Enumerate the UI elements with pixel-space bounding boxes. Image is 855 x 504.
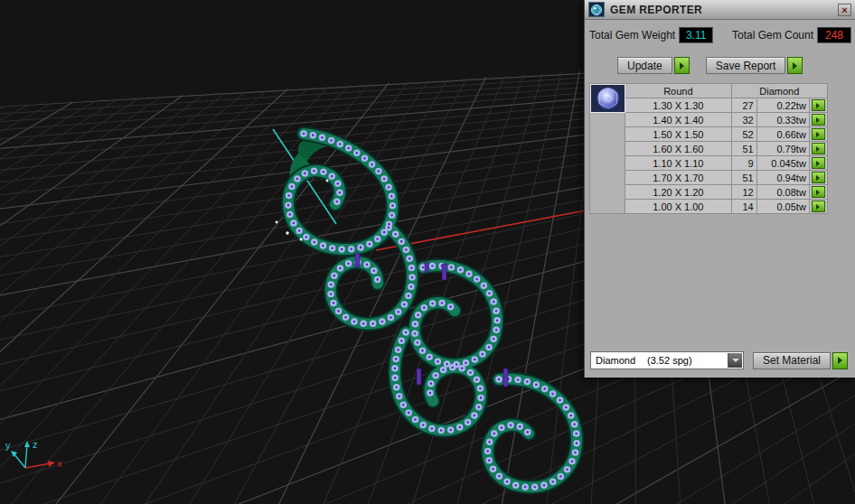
gem-weight: 0.08tw [756, 185, 809, 200]
gem-weight: 0.66tw [756, 127, 809, 142]
panel-title: GEM REPORTER [610, 4, 832, 16]
gem-table-body: 1.30 X 1.30270.22tw1.40 X 1.40320.33tw1.… [590, 98, 828, 214]
totals-bar: Total Gem Weight 3.11 Total Gem Count 24… [589, 27, 851, 43]
gem-size: 1.10 X 1.10 [625, 156, 731, 171]
save-report-go-button[interactable] [787, 57, 803, 74]
go-arrow-icon [793, 62, 797, 70]
chevron-down-icon [732, 359, 739, 362]
total-weight-value: 3.11 [679, 27, 713, 43]
table-row: 1.10 X 1.1090.045tw [590, 156, 828, 171]
gem-weight: 0.33tw [756, 113, 809, 127]
gem-size: 1.70 X 1.70 [625, 171, 731, 185]
row-apply-button[interactable] [812, 172, 825, 183]
gem-weight: 0.94tw [756, 171, 809, 185]
gem-size: 1.20 X 1.20 [625, 185, 731, 200]
row-apply-button[interactable] [812, 99, 825, 111]
gem-reporter-icon [588, 2, 605, 17]
save-report-button[interactable]: Save Report [706, 57, 786, 74]
gem-weight: 0.22tw [756, 98, 809, 113]
gem-size: 1.00 X 1.00 [625, 200, 731, 214]
go-arrow-icon [816, 190, 820, 195]
row-apply-button[interactable] [812, 114, 825, 126]
action-buttons: Update Save Report [585, 57, 855, 74]
gem-count: 9 [731, 156, 756, 171]
go-arrow-icon [816, 175, 820, 181]
go-arrow-icon [838, 357, 842, 364]
material-dropdown[interactable]: Diamond (3.52 spg) [590, 351, 744, 369]
set-material-go-button[interactable] [832, 352, 848, 369]
go-arrow-icon [816, 132, 820, 137]
gem-count: 51 [731, 171, 756, 185]
update-button[interactable]: Update [617, 57, 672, 74]
y-axis-label: y [5, 440, 11, 451]
material-controls: Diamond (3.52 spg) Set Material [590, 351, 848, 369]
table-row: 1.70 X 1.70510.94tw [590, 171, 828, 185]
gem-count: 12 [731, 185, 756, 200]
material-name: Diamond [596, 355, 635, 366]
total-count-value: 248 [817, 27, 851, 43]
gem-thumbnail [590, 84, 625, 113]
gem-weight: 0.79tw [756, 142, 809, 156]
gem-weight: 0.05tw [756, 200, 809, 214]
table-row: 1.60 X 1.60510.79tw [590, 142, 828, 156]
set-material-button[interactable]: Set Material [753, 352, 831, 369]
gem-weight: 0.045tw [756, 156, 809, 171]
gem-table: Round Diamond 1.30 X 1.30270.22tw1.40 X … [589, 83, 830, 214]
gem-size: 1.60 X 1.60 [625, 142, 731, 156]
thumb-column [590, 98, 625, 214]
row-apply-button[interactable] [812, 143, 825, 154]
go-arrow-icon [816, 117, 820, 123]
go-arrow-icon [816, 146, 820, 152]
gem-reporter-panel: GEM REPORTER × Total Gem Weight 3.11 Tot… [584, 0, 855, 378]
application-window: z y x GEM REPORTER × [0, 0, 855, 504]
panel-titlebar[interactable]: GEM REPORTER × [585, 0, 855, 20]
go-arrow-icon [816, 161, 820, 166]
material-header: Diamond [731, 84, 827, 98]
row-apply-button[interactable] [812, 128, 825, 140]
shape-header: Round [625, 84, 731, 98]
gem-size: 1.30 X 1.30 [625, 98, 731, 113]
gem-size: 1.40 X 1.40 [625, 113, 731, 127]
total-count-label: Total Gem Count [732, 29, 813, 42]
row-apply-button[interactable] [812, 186, 825, 198]
gem-count: 27 [731, 98, 756, 113]
dropdown-arrow-button[interactable] [728, 353, 742, 368]
row-apply-button[interactable] [812, 157, 825, 169]
update-go-button[interactable] [674, 57, 690, 74]
table-row: 1.00 X 1.00140.05tw [590, 200, 828, 214]
close-button[interactable]: × [838, 4, 851, 16]
go-arrow-icon [816, 103, 820, 108]
go-arrow-icon [680, 62, 684, 70]
material-spg: (3.52 spg) [647, 355, 692, 366]
gem-count: 32 [731, 113, 756, 127]
total-weight-label: Total Gem Weight [589, 29, 675, 42]
row-apply-button[interactable] [812, 201, 825, 212]
table-row: 1.40 X 1.40320.33tw [590, 113, 828, 127]
gem-size: 1.50 X 1.50 [625, 127, 731, 142]
table-row: 1.50 X 1.50520.66tw [590, 127, 828, 142]
x-axis-label: x [57, 458, 62, 469]
gem-count: 52 [731, 127, 756, 142]
gem-count: 14 [731, 200, 756, 214]
table-row: 1.20 X 1.20120.08tw [590, 185, 828, 200]
z-axis-label: z [33, 439, 38, 450]
go-arrow-icon [816, 204, 820, 210]
gem-count: 51 [731, 142, 756, 156]
